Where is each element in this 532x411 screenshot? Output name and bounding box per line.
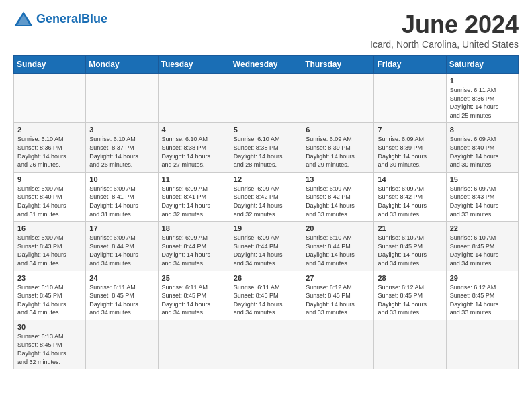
- calendar-cell: 3Sunrise: 6:10 AM Sunset: 8:37 PM Daylig…: [86, 123, 158, 172]
- day-number: 24: [89, 274, 154, 282]
- day-number: 19: [234, 224, 298, 232]
- calendar-cell: 15Sunrise: 6:09 AM Sunset: 8:43 PM Dayli…: [446, 172, 518, 221]
- logo-blue: Blue: [81, 12, 107, 26]
- day-number: 21: [378, 224, 442, 232]
- day-info: Sunrise: 6:09 AM Sunset: 8:39 PM Dayligh…: [378, 135, 442, 169]
- weekday-header-saturday: Saturday: [446, 56, 518, 74]
- calendar-cell: [86, 74, 158, 123]
- day-number: 22: [450, 224, 515, 232]
- day-number: 11: [162, 175, 226, 183]
- day-number: 16: [17, 224, 82, 232]
- day-number: 7: [378, 126, 442, 134]
- day-number: 4: [162, 126, 226, 134]
- day-number: 17: [89, 224, 154, 232]
- day-number: 23: [17, 274, 82, 282]
- calendar-week-row: 23Sunrise: 6:10 AM Sunset: 8:45 PM Dayli…: [14, 271, 519, 320]
- day-info: Sunrise: 6:12 AM Sunset: 8:45 PM Dayligh…: [306, 283, 370, 317]
- calendar-week-row: 30Sunrise: 6:13 AM Sunset: 8:45 PM Dayli…: [14, 320, 519, 369]
- day-info: Sunrise: 6:09 AM Sunset: 8:43 PM Dayligh…: [450, 185, 515, 218]
- day-number: 10: [89, 175, 154, 183]
- logo-icon: [13, 11, 34, 27]
- location: Icard, North Carolina, United States: [370, 39, 519, 50]
- calendar-cell: 18Sunrise: 6:09 AM Sunset: 8:44 PM Dayli…: [158, 222, 230, 271]
- day-info: Sunrise: 6:10 AM Sunset: 8:37 PM Dayligh…: [89, 135, 154, 169]
- page-header: GeneralBlue June 2024 Icard, North Carol…: [13, 11, 519, 50]
- calendar-cell: [158, 320, 230, 369]
- calendar-cell: 26Sunrise: 6:11 AM Sunset: 8:45 PM Dayli…: [230, 271, 302, 320]
- calendar-cell: 13Sunrise: 6:09 AM Sunset: 8:42 PM Dayli…: [302, 172, 374, 221]
- weekday-header-thursday: Thursday: [302, 56, 374, 74]
- calendar-cell: 10Sunrise: 6:09 AM Sunset: 8:41 PM Dayli…: [86, 172, 158, 221]
- day-number: 3: [89, 126, 154, 134]
- weekday-header-sunday: Sunday: [14, 56, 86, 74]
- day-number: 15: [450, 175, 515, 183]
- calendar-cell: 8Sunrise: 6:09 AM Sunset: 8:40 PM Daylig…: [446, 123, 518, 172]
- calendar-cell: [230, 320, 302, 369]
- day-number: 25: [162, 274, 226, 282]
- calendar-cell: 27Sunrise: 6:12 AM Sunset: 8:45 PM Dayli…: [302, 271, 374, 320]
- day-info: Sunrise: 6:10 AM Sunset: 8:44 PM Dayligh…: [306, 234, 370, 267]
- calendar-cell: [158, 74, 230, 123]
- calendar-cell: 7Sunrise: 6:09 AM Sunset: 8:39 PM Daylig…: [374, 123, 446, 172]
- weekday-header-monday: Monday: [86, 56, 158, 74]
- day-info: Sunrise: 6:10 AM Sunset: 8:36 PM Dayligh…: [17, 135, 82, 169]
- calendar-cell: 4Sunrise: 6:10 AM Sunset: 8:38 PM Daylig…: [158, 123, 230, 172]
- day-info: Sunrise: 6:09 AM Sunset: 8:43 PM Dayligh…: [17, 234, 82, 267]
- weekday-header-row: SundayMondayTuesdayWednesdayThursdayFrid…: [14, 56, 519, 74]
- day-number: 12: [234, 175, 298, 183]
- calendar-cell: 29Sunrise: 6:12 AM Sunset: 8:45 PM Dayli…: [446, 271, 518, 320]
- day-info: Sunrise: 6:09 AM Sunset: 8:44 PM Dayligh…: [89, 234, 154, 267]
- day-info: Sunrise: 6:09 AM Sunset: 8:42 PM Dayligh…: [234, 185, 298, 218]
- day-info: Sunrise: 6:13 AM Sunset: 8:45 PM Dayligh…: [17, 332, 82, 366]
- day-number: 13: [306, 175, 370, 183]
- logo: GeneralBlue: [13, 11, 107, 27]
- day-info: Sunrise: 6:09 AM Sunset: 8:40 PM Dayligh…: [450, 135, 515, 169]
- day-number: 26: [234, 274, 298, 282]
- day-info: Sunrise: 6:09 AM Sunset: 8:41 PM Dayligh…: [89, 185, 154, 218]
- day-info: Sunrise: 6:10 AM Sunset: 8:45 PM Dayligh…: [17, 283, 82, 317]
- day-info: Sunrise: 6:09 AM Sunset: 8:42 PM Dayligh…: [378, 185, 442, 218]
- day-number: 5: [234, 126, 298, 134]
- calendar-cell: [230, 74, 302, 123]
- day-number: 18: [162, 224, 226, 232]
- calendar-table: SundayMondayTuesdayWednesdayThursdayFrid…: [13, 55, 519, 369]
- day-info: Sunrise: 6:09 AM Sunset: 8:44 PM Dayligh…: [162, 234, 226, 267]
- calendar-cell: 16Sunrise: 6:09 AM Sunset: 8:43 PM Dayli…: [14, 222, 86, 271]
- calendar-cell: 21Sunrise: 6:10 AM Sunset: 8:45 PM Dayli…: [374, 222, 446, 271]
- day-info: Sunrise: 6:11 AM Sunset: 8:45 PM Dayligh…: [89, 283, 154, 317]
- day-info: Sunrise: 6:09 AM Sunset: 8:40 PM Dayligh…: [17, 185, 82, 218]
- calendar-cell: [374, 320, 446, 369]
- month-title: June 2024: [370, 11, 519, 39]
- calendar-cell: 24Sunrise: 6:11 AM Sunset: 8:45 PM Dayli…: [86, 271, 158, 320]
- calendar-cell: [302, 320, 374, 369]
- day-number: 29: [450, 274, 515, 282]
- title-block: June 2024 Icard, North Carolina, United …: [370, 11, 519, 50]
- calendar-cell: 20Sunrise: 6:10 AM Sunset: 8:44 PM Dayli…: [302, 222, 374, 271]
- calendar-cell: 23Sunrise: 6:10 AM Sunset: 8:45 PM Dayli…: [14, 271, 86, 320]
- calendar-week-row: 16Sunrise: 6:09 AM Sunset: 8:43 PM Dayli…: [14, 222, 519, 271]
- day-info: Sunrise: 6:11 AM Sunset: 8:36 PM Dayligh…: [450, 86, 515, 120]
- calendar-cell: 2Sunrise: 6:10 AM Sunset: 8:36 PM Daylig…: [14, 123, 86, 172]
- day-info: Sunrise: 6:10 AM Sunset: 8:45 PM Dayligh…: [378, 234, 442, 267]
- day-number: 2: [17, 126, 82, 134]
- day-number: 14: [378, 175, 442, 183]
- logo-general: General: [36, 12, 81, 26]
- day-info: Sunrise: 6:10 AM Sunset: 8:38 PM Dayligh…: [234, 135, 298, 169]
- calendar-cell: 25Sunrise: 6:11 AM Sunset: 8:45 PM Dayli…: [158, 271, 230, 320]
- weekday-header-friday: Friday: [374, 56, 446, 74]
- day-number: 20: [306, 224, 370, 232]
- weekday-header-tuesday: Tuesday: [158, 56, 230, 74]
- calendar-cell: [86, 320, 158, 369]
- logo-text: GeneralBlue: [36, 12, 107, 26]
- calendar-cell: [446, 320, 518, 369]
- day-info: Sunrise: 6:09 AM Sunset: 8:44 PM Dayligh…: [234, 234, 298, 267]
- calendar-cell: 28Sunrise: 6:12 AM Sunset: 8:45 PM Dayli…: [374, 271, 446, 320]
- calendar-cell: [14, 74, 86, 123]
- calendar-week-row: 9Sunrise: 6:09 AM Sunset: 8:40 PM Daylig…: [14, 172, 519, 221]
- day-info: Sunrise: 6:12 AM Sunset: 8:45 PM Dayligh…: [450, 283, 515, 317]
- calendar-week-row: 1Sunrise: 6:11 AM Sunset: 8:36 PM Daylig…: [14, 74, 519, 123]
- day-number: 1: [450, 77, 515, 85]
- calendar-cell: 17Sunrise: 6:09 AM Sunset: 8:44 PM Dayli…: [86, 222, 158, 271]
- calendar-cell: 11Sunrise: 6:09 AM Sunset: 8:41 PM Dayli…: [158, 172, 230, 221]
- day-number: 28: [378, 274, 442, 282]
